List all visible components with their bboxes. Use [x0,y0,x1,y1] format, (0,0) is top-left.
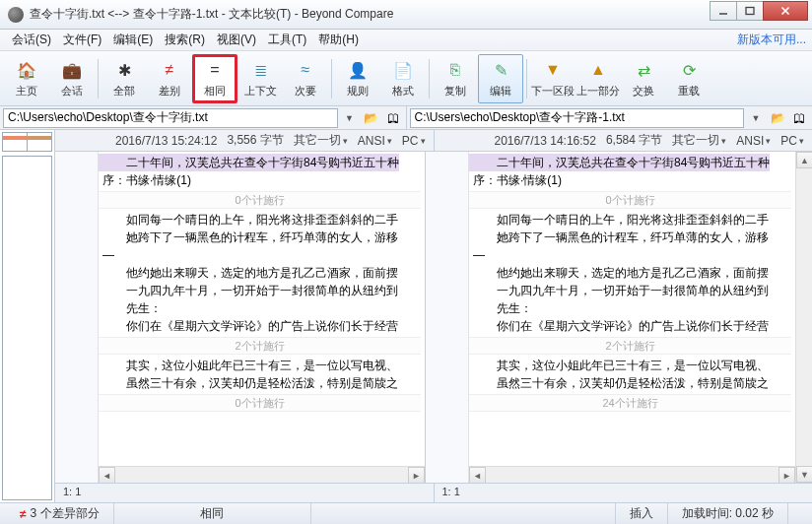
left-path-input[interactable] [3,108,338,128]
right-dropdown-icon[interactable]: ▼ [746,108,766,128]
left-encoding-select[interactable]: ANSI▾ [358,134,392,148]
menu-help[interactable]: 帮助(H) [312,30,365,50]
left-else-select[interactable]: 其它一切▾ [294,132,348,149]
window-titlebar: 查令十字街.txt <--> 查令十字路-1.txt - 文本比较(T) - B… [0,0,812,30]
overview-pane[interactable] [0,130,55,502]
referee-icon: 👤 [346,58,370,82]
left-timestamp: 2016/7/13 15:24:12 [115,134,217,148]
text-line: 序：书缘·情缘(1) [469,171,562,189]
window-title: 查令十字街.txt <--> 查令十字路-1.txt - 文本比较(T) - B… [30,6,710,23]
copy-button[interactable]: ⎘复制 [433,54,478,103]
menu-file[interactable]: 文件(F) [57,30,107,50]
context-button[interactable]: ≣上下文 [237,54,283,103]
left-hscrollbar[interactable]: ◄► [99,466,425,483]
toolbar: 🏠主页 💼会话 ✱全部 ≠差别 =相同 ≣上下文 ≈次要 👤规则 📄格式 ⎘复制… [0,51,812,106]
menu-view[interactable]: 视图(V) [211,30,262,50]
minimize-button[interactable] [710,1,737,21]
arrow-up-icon: ▲ [586,58,610,82]
vscrollbar[interactable]: ▲▼ [795,152,812,483]
swap-button[interactable]: ⇄交换 [621,54,666,103]
text-line: 如同每一个晴日的上午，阳光将这排歪歪斜斜的二手 [469,211,769,229]
menu-tools[interactable]: 工具(T) [262,30,312,50]
gap-indicator: 0个计施行 [99,394,421,412]
status-load-time: 加载时间: 0.02 秒 [668,503,788,524]
right-text-pane[interactable]: 二十年间，汉芙总共在查令十字街84号购书近五十种 序：书缘·情缘(1) 0个计施… [469,152,795,483]
gap-indicator: 0个计施行 [469,191,791,209]
text-line: — [99,246,114,264]
status-diff-count: ≠3 个差异部分 [6,503,114,524]
right-encoding-select[interactable]: ANSI▾ [736,134,771,148]
home-button[interactable]: 🏠主页 [4,54,49,103]
left-info: 2016/7/13 15:24:12 3,556 字节 其它一切▾ ANSI▾ … [55,130,435,151]
right-open-icon[interactable]: 📂 [768,108,787,128]
compare-panels: 2016/7/13 15:24:12 3,556 字节 其它一切▾ ANSI▾ … [55,130,812,502]
text-line: — [469,246,485,264]
left-open-icon[interactable]: 📂 [362,108,381,128]
gap-indicator: 2个计施行 [99,337,421,355]
text-line: 她跨下了一辆黑色的计程车，纤巧单薄的女人，游移 [99,229,398,246]
right-lineends-select[interactable]: PC▾ [780,134,804,148]
left-lineends-select[interactable]: PC▾ [402,134,426,148]
left-position: 1: 1 [55,484,435,502]
maximize-button[interactable] [736,1,764,21]
text-line: 你们在《星期六文学评论》的广告上说你们长于经营 [469,317,769,335]
minor-button[interactable]: ≈次要 [283,54,328,103]
text-line: 虽然三十有余，汉芙却仍是轻松活泼，特别是简牍之 [99,374,398,392]
text-line: 二十年间，汉芙总共在查令十字街84号购书近五十种 [469,154,770,171]
left-size: 3,556 字节 [227,132,283,149]
right-else-select[interactable]: 其它一切▾ [672,132,726,149]
left-history-icon[interactable]: 🕮 [383,108,403,128]
all-button[interactable]: ✱全部 [102,54,147,103]
right-history-icon[interactable]: 🕮 [789,108,809,128]
right-hscrollbar[interactable]: ◄► [469,466,795,483]
reload-button[interactable]: ⟳重载 [666,54,711,103]
status-bar: ≠3 个差异部分 相同 插入 加载时间: 0.02 秒 [0,502,812,524]
right-position: 1: 1 [435,484,813,502]
info-row: 2016/7/13 15:24:12 3,556 字节 其它一切▾ ANSI▾ … [55,130,812,152]
gap-indicator: 2个计施行 [469,337,791,355]
window-controls [710,1,808,21]
rules-button[interactable]: 👤规则 [335,54,380,103]
left-dropdown-icon[interactable]: ▼ [340,108,360,128]
path-row: ▼ 📂 🕮 ▼ 📂 🕮 [0,106,812,130]
text-line: 二十年间，汉芙总共在查令十字街84号购书近五十种 [99,154,399,171]
right-path-input[interactable] [410,108,745,128]
status-mode: 相同 [114,503,311,524]
right-info: 2016/7/13 14:16:52 6,584 字节 其它一切▾ ANSI▾ … [435,130,813,151]
diff-button[interactable]: ≠差别 [147,54,192,103]
format-button[interactable]: 📄格式 [380,54,426,103]
asterisk-icon: ✱ [112,58,136,82]
text-line: 他约她出来聊天，选定的地方是孔乙己酒家，面前摆 [99,264,398,282]
notequal-icon: ≠ [158,58,181,82]
editmode-button[interactable]: ✎编辑 [478,54,523,103]
prev-part-button[interactable]: ▲上一部分 [575,54,621,103]
format-icon: 📄 [391,58,415,82]
equal-icon: = [203,58,227,82]
same-button[interactable]: =相同 [192,54,237,103]
next-diff-button[interactable]: ▼下一区段 [530,54,575,103]
menu-bar: 会话(S) 文件(F) 编辑(E) 搜索(R) 视图(V) 工具(T) 帮助(H… [0,30,812,51]
home-icon: 🏠 [15,58,38,82]
text-line: 她跨下了一辆黑色的计程车，纤巧单薄的女人，游移 [469,229,769,246]
position-row: 1: 1 1: 1 [55,483,812,502]
menu-search[interactable]: 搜索(R) [159,30,211,50]
overview-thumbnail[interactable] [2,156,52,500]
gap-indicator: 0个计施行 [99,191,421,209]
close-button[interactable] [763,1,808,21]
session-button[interactable]: 💼会话 [49,54,95,103]
menu-session[interactable]: 会话(S) [6,30,57,50]
reload-icon: ⟳ [677,58,701,82]
notequal-icon: ≠ [20,507,27,521]
left-text-pane[interactable]: 二十年间，汉芙总共在查令十字街84号购书近五十种 序：书缘·情缘(1) 0个计施… [99,152,426,483]
status-insert-mode: 插入 [616,503,668,524]
copy-icon: ⎘ [443,58,467,82]
text-line: 虽然三十有余，汉芙却仍是轻松活泼，特别是简牍之 [469,374,769,392]
briefcase-icon: 💼 [60,58,84,82]
new-version-link[interactable]: 新版本可用... [737,32,806,48]
text-line: 其实，这位小姐此年已三十有三，是一位以写电视、 [99,357,398,374]
arrow-down-icon: ▼ [541,58,565,82]
right-gutter [426,152,469,483]
svg-rect-1 [746,8,754,15]
menu-edit[interactable]: 编辑(E) [107,30,159,50]
context-icon: ≣ [248,58,272,82]
